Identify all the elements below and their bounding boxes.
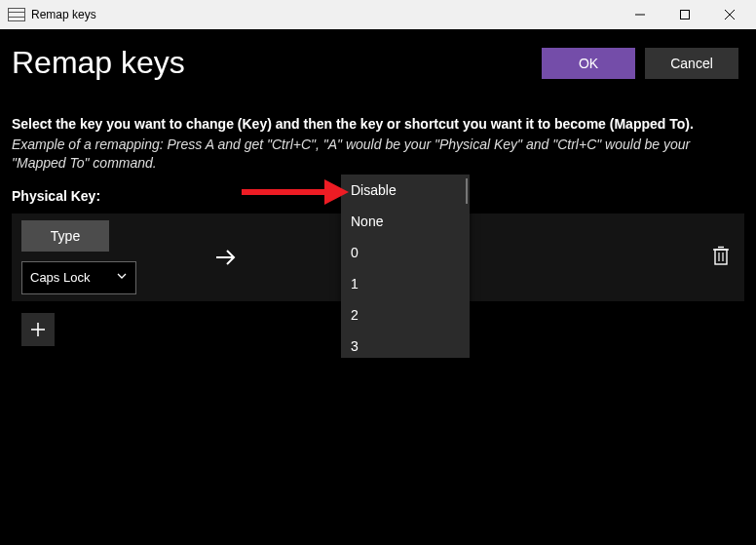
page-title: Remap keys [12,45,532,81]
example-text: Example of a remapping: Press A and get … [12,136,744,173]
maps-to-arrow-icon [187,245,265,270]
dropdown-option[interactable]: 0 [341,237,470,268]
ok-button[interactable]: OK [542,48,635,79]
cancel-button[interactable]: Cancel [645,48,738,79]
maximize-button[interactable] [662,0,707,29]
titlebar: Remap keys [0,0,756,29]
close-button[interactable] [707,0,752,29]
delete-mapping-button[interactable] [711,245,731,269]
mapped-to-dropdown[interactable]: Disable None 0 1 2 3 [341,175,470,358]
add-mapping-button[interactable] [21,313,55,346]
instruction-text: Select the key you want to change (Key) … [12,116,744,132]
physical-key-cell: Type Caps Lock [12,211,187,304]
dropdown-option[interactable]: 3 [341,331,470,358]
physical-key-select[interactable]: Caps Lock [21,261,136,294]
chevron-down-icon [116,270,128,285]
type-button[interactable]: Type [21,220,109,252]
dropdown-option[interactable]: Disable [341,175,470,206]
dropdown-option[interactable]: 1 [341,268,470,299]
svg-rect-5 [715,250,727,264]
app-icon [8,8,25,21]
header: Remap keys OK Cancel [0,29,756,87]
dropdown-scrollbar[interactable] [466,178,468,204]
svg-rect-1 [681,11,690,19]
window-title: Remap keys [31,8,96,21]
dropdown-option[interactable]: None [341,206,470,237]
dropdown-option[interactable]: 2 [341,299,470,331]
minimize-button[interactable] [618,0,662,29]
selected-key-label: Caps Lock [30,270,90,285]
